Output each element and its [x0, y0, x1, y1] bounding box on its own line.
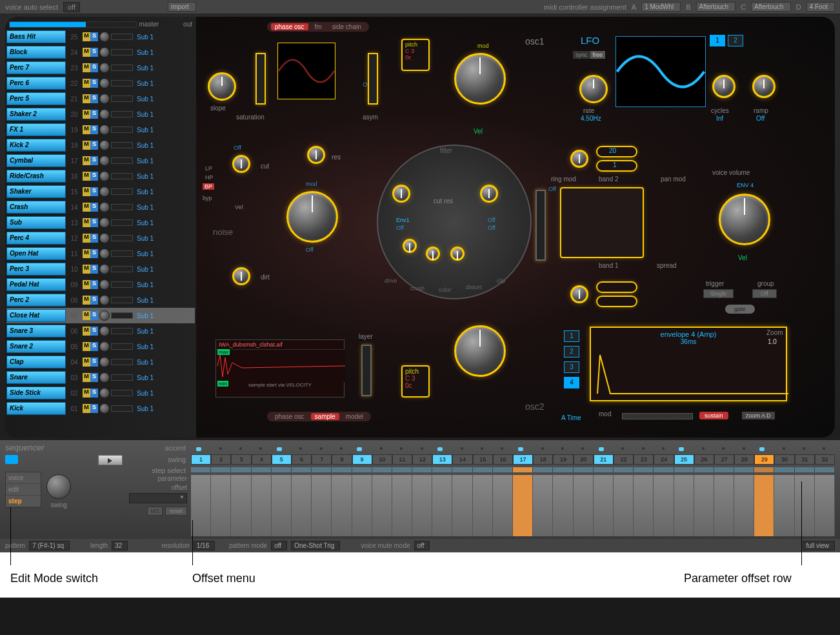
voice-name[interactable]: Snare 3 [6, 325, 66, 338]
eq-display[interactable] [560, 187, 644, 258]
swing-step-13[interactable]: 13 [432, 454, 452, 465]
voice-output[interactable]: Sub 1 [134, 266, 160, 273]
swing-step-7[interactable]: 7 [312, 454, 332, 465]
voice-pan[interactable] [99, 63, 110, 73]
res-knob[interactable] [307, 146, 325, 164]
lane-col-24[interactable] [654, 475, 674, 536]
env-sel-2[interactable]: 2 [564, 346, 579, 358]
voice-pan[interactable] [99, 140, 110, 150]
voice-name[interactable]: Perc 3 [6, 263, 66, 276]
sustain-btn[interactable]: sustain [699, 412, 728, 419]
osc1-main-knob[interactable] [454, 53, 506, 105]
voice-pan[interactable] [99, 279, 110, 290]
voice-output[interactable]: Sub 1 [134, 34, 160, 41]
length-value[interactable]: 32 [112, 541, 128, 550]
lane-col-15[interactable] [473, 475, 493, 536]
mute-solo[interactable]: MS [83, 32, 98, 41]
edit-mode-edit[interactable]: edit [6, 484, 41, 496]
parameter-offset-row[interactable] [191, 475, 835, 536]
lane-col-5[interactable] [272, 475, 292, 536]
swing-step-8[interactable]: 8 [332, 454, 352, 465]
voice-output[interactable]: Sub 1 [134, 142, 160, 149]
band1-freq[interactable] [596, 281, 637, 293]
voice-output[interactable]: Sub 1 [134, 343, 160, 350]
voice-name[interactable]: Snare 2 [6, 340, 66, 353]
accent-step-14[interactable] [452, 443, 472, 452]
lane-col-14[interactable] [452, 475, 472, 536]
voice-pan[interactable] [99, 388, 110, 398]
accent-step-26[interactable] [694, 443, 714, 452]
accent-step-29[interactable] [754, 443, 774, 452]
swing-step-29[interactable]: 29 [754, 454, 774, 465]
lane-col-29[interactable] [754, 475, 774, 536]
voice-output[interactable]: Sub 1 [134, 157, 160, 165]
voice-level[interactable] [111, 266, 133, 272]
voice-output[interactable]: Sub 1 [134, 405, 160, 412]
lfo-wave-display[interactable] [615, 36, 706, 107]
main-cut-knob[interactable] [286, 191, 338, 243]
pitch-cents[interactable]: 0c [405, 54, 426, 61]
stepselect-11[interactable] [392, 467, 412, 472]
mute-solo[interactable]: MS [83, 373, 98, 382]
voice-level[interactable] [111, 111, 133, 117]
osc2-tabs[interactable]: phase osc sample model [267, 412, 371, 421]
voice-row-10[interactable]: Perc 310MSSub 1 [6, 261, 195, 277]
voice-output[interactable]: Sub 1 [134, 65, 160, 72]
voice-row-06[interactable]: Snare 306MSSub 1 [6, 323, 195, 339]
layer-slider[interactable] [361, 345, 372, 396]
lane-col-3[interactable] [231, 475, 251, 536]
voice-row-05[interactable]: Snare 205MSSub 1 [6, 339, 195, 354]
oneshot-dropdown[interactable]: One-Shot Trig [291, 541, 340, 550]
voice-name[interactable]: Open Hat [6, 247, 66, 260]
stepselect-32[interactable] [815, 467, 835, 472]
stepselect-9[interactable] [352, 467, 372, 472]
voice-row-20[interactable]: Shaker 220MSSub 1 [6, 106, 195, 122]
lane-col-11[interactable] [392, 475, 412, 536]
voice-pan[interactable] [99, 341, 110, 352]
accent-step-23[interactable] [634, 443, 654, 452]
accent-step-18[interactable] [533, 443, 553, 452]
accent-step-24[interactable] [654, 443, 674, 452]
voice-name[interactable]: FX 1 [6, 123, 66, 136]
filter-knob-4[interactable] [426, 247, 440, 261]
voice-level[interactable] [111, 49, 133, 55]
osc1-tab-sidechain[interactable]: side chain [328, 23, 365, 30]
pattern-dropdown[interactable]: 7 (F#-1) sq [29, 541, 70, 550]
swing-step-4[interactable]: 4 [252, 454, 272, 465]
voice-row-23[interactable]: Perc 723MSSub 1 [6, 60, 195, 76]
band2-gain[interactable]: 1 [596, 160, 637, 172]
mute-solo[interactable]: MS [83, 203, 98, 212]
voice-level[interactable] [111, 312, 133, 319]
assign-d-val[interactable]: 4 Foot [806, 2, 835, 12]
band2-knob[interactable] [570, 150, 588, 168]
lane-col-32[interactable] [815, 475, 835, 536]
voice-level[interactable] [111, 80, 133, 86]
voice-name[interactable]: Perc 2 [6, 294, 66, 307]
swing-step-row[interactable]: 1234567891011121314151617181920212223242… [191, 454, 835, 465]
mute-solo[interactable]: MS [83, 79, 98, 88]
osc1-tab-phase[interactable]: phase osc [271, 23, 308, 30]
voice-name[interactable]: Shaker 2 [6, 108, 66, 121]
voice-name[interactable]: Perc 6 [6, 77, 66, 90]
accent-step-30[interactable] [774, 443, 794, 452]
accent-step-8[interactable] [332, 443, 352, 452]
voice-pan[interactable] [99, 78, 110, 88]
swing-step-12[interactable]: 12 [412, 454, 432, 465]
stepselect-17[interactable] [513, 467, 533, 472]
voice-row-17[interactable]: Cymbal17MSSub 1 [6, 153, 195, 168]
osc1-tabs[interactable]: phase osc fm side chain [267, 22, 369, 32]
swing-step-5[interactable]: 5 [272, 454, 292, 465]
voice-level[interactable] [111, 219, 133, 226]
accent-step-1[interactable] [191, 443, 211, 452]
voice-level[interactable] [111, 173, 133, 179]
swing-step-32[interactable]: 32 [815, 454, 835, 465]
lane-col-22[interactable] [614, 475, 634, 536]
voice-row-16[interactable]: Ride/Crash16MSSub 1 [6, 168, 195, 184]
osc2-tab-model[interactable]: model [342, 413, 367, 420]
stepselect-12[interactable] [412, 467, 432, 472]
master-level[interactable] [9, 21, 137, 28]
voice-row-09[interactable]: Pedal Hat09MSSub 1 [6, 277, 195, 292]
voice-output[interactable]: Sub 1 [134, 173, 160, 180]
voice-row-01[interactable]: Kick01MSSub 1 [6, 401, 195, 416]
voice-row-13[interactable]: Sub13MSSub 1 [6, 215, 195, 230]
